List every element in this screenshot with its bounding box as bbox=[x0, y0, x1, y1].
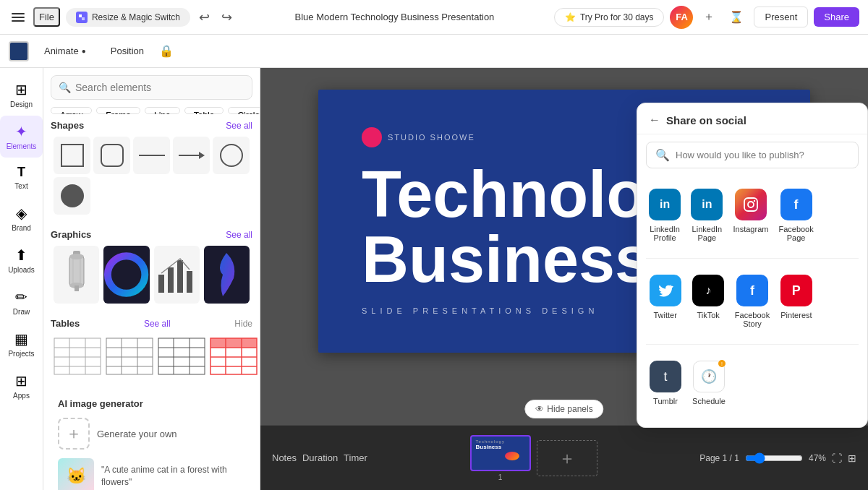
page-label: Page 1 / 1 bbox=[699, 453, 739, 463]
sidebar-item-elements[interactable]: ✦ Elements bbox=[0, 116, 43, 158]
lock-icon[interactable]: 🔒 bbox=[159, 44, 174, 58]
graphics-see-all[interactable]: See all bbox=[226, 230, 252, 240]
svg-rect-12 bbox=[158, 275, 164, 293]
sidebar-item-brand[interactable]: ◈ Brand bbox=[0, 197, 43, 239]
graphic-chart[interactable] bbox=[154, 246, 200, 304]
table-svg-2 bbox=[106, 338, 153, 375]
search-box: 🔍 bbox=[51, 75, 252, 100]
grid-view-button[interactable]: ⊞ bbox=[848, 452, 856, 464]
shape-circle[interactable] bbox=[213, 137, 250, 174]
svg-point-11 bbox=[108, 256, 145, 293]
projects-icon: ▦ bbox=[14, 330, 28, 348]
shapes-section: Shapes See all bbox=[43, 114, 260, 223]
graphic-lantern[interactable] bbox=[54, 246, 99, 304]
social-divider-1 bbox=[646, 258, 859, 259]
ai-plus-icon: ＋ bbox=[58, 418, 90, 450]
sidebar: ⊞ Design ✦ Elements T Text ◈ Brand ⬆ Upl… bbox=[0, 68, 43, 490]
notes-button[interactable]: Notes bbox=[272, 452, 297, 463]
uploads-icon: ⬆ bbox=[15, 246, 27, 264]
linkedin-profile-icon: in bbox=[649, 189, 681, 220]
tables-see-all[interactable]: See all bbox=[144, 319, 171, 329]
search-input[interactable] bbox=[75, 82, 244, 93]
svg-rect-22 bbox=[106, 338, 153, 374]
ai-generate-label: Generate your own bbox=[97, 429, 177, 439]
shape-arrow[interactable] bbox=[173, 137, 210, 174]
sidebar-item-draw[interactable]: ✏ Draw bbox=[0, 281, 43, 323]
tumblr-label: Tumblr bbox=[653, 397, 678, 405]
hide-panels-button[interactable]: 👁 Hide panels bbox=[524, 400, 603, 418]
activity-button[interactable]: ⌛ bbox=[725, 7, 748, 27]
sidebar-item-apps[interactable]: ⊞ Apps bbox=[0, 365, 43, 407]
social-tumblr[interactable]: t Tumblr bbox=[646, 353, 685, 413]
menu-icon[interactable] bbox=[9, 10, 27, 25]
zoom-controls: Page 1 / 1 47% ⛶ ⊞ bbox=[699, 452, 856, 464]
quick-categories: Arrow Frame Line Table Circle bbox=[43, 107, 260, 114]
sidebar-item-text[interactable]: T Text bbox=[0, 158, 43, 197]
twitter-icon bbox=[650, 275, 681, 306]
share-button[interactable]: Share bbox=[814, 7, 859, 27]
subtitle-text: SLIDE PRESENTATIONS DESIGN bbox=[362, 306, 598, 315]
topbar-right: ⭐ Try Pro for 30 days FA ＋ ⌛ Present Sha… bbox=[554, 6, 859, 29]
svg-rect-5 bbox=[69, 257, 84, 285]
sidebar-item-projects[interactable]: ▦ Projects bbox=[0, 323, 43, 365]
cat-arrow[interactable]: Arrow bbox=[51, 107, 92, 114]
back-arrow-icon[interactable]: ← bbox=[649, 113, 660, 126]
try-pro-button[interactable]: ⭐ Try Pro for 30 days bbox=[554, 8, 665, 27]
sidebar-item-uploads[interactable]: ⬆ Uploads bbox=[0, 239, 43, 281]
redo-button[interactable]: ↪ bbox=[218, 7, 235, 28]
ai-generate-button[interactable]: ＋ Generate your own bbox=[51, 413, 252, 454]
search-icon: 🔍 bbox=[59, 82, 71, 93]
social-linkedin-page[interactable]: in LinkedIn Page bbox=[688, 181, 726, 249]
cat-line[interactable]: Line bbox=[145, 107, 180, 114]
table-svg-3 bbox=[158, 338, 205, 375]
avatar[interactable]: FA bbox=[670, 6, 693, 29]
table-item-2[interactable] bbox=[106, 335, 153, 378]
cat-table[interactable]: Table bbox=[184, 107, 224, 114]
share-search-input[interactable] bbox=[676, 150, 849, 160]
graphic-purple-ring[interactable] bbox=[103, 246, 149, 304]
resize-magic-button[interactable]: Resize & Magic Switch bbox=[66, 8, 190, 27]
cat-circle[interactable]: Circle bbox=[228, 107, 260, 114]
studio-logo: STUDIO SHOOWE bbox=[362, 127, 475, 147]
text-icon: T bbox=[17, 165, 25, 180]
shape-circle-filled[interactable] bbox=[54, 177, 90, 215]
slide-thumb-1[interactable]: Technology Business bbox=[470, 435, 531, 471]
cat-frame[interactable]: Frame bbox=[96, 107, 140, 114]
social-schedule[interactable]: 🕐 ! Schedule bbox=[689, 353, 728, 413]
table-item-1[interactable] bbox=[54, 335, 101, 378]
shape-square[interactable] bbox=[54, 137, 90, 174]
social-tiktok[interactable]: ♪ TikTok bbox=[689, 267, 727, 335]
social-instagram[interactable]: Instagram bbox=[731, 181, 772, 249]
table-item-4[interactable] bbox=[210, 335, 258, 378]
position-button[interactable]: Position bbox=[101, 41, 153, 61]
logo-circle bbox=[362, 127, 382, 147]
undo-button[interactable]: ↩ bbox=[196, 7, 213, 28]
table-item-3[interactable] bbox=[158, 335, 205, 378]
color-swatch[interactable] bbox=[9, 41, 29, 61]
animate-button[interactable]: Animate ● bbox=[35, 41, 95, 61]
sidebar-item-design[interactable]: ⊞ Design bbox=[0, 74, 43, 116]
add-slide-button[interactable]: ＋ bbox=[537, 440, 597, 476]
hide-tables[interactable]: Hide bbox=[234, 319, 252, 329]
social-facebook-page[interactable]: f Facebook Page bbox=[775, 181, 816, 249]
present-button[interactable]: Present bbox=[754, 7, 808, 27]
shape-line[interactable] bbox=[133, 137, 170, 174]
file-button[interactable]: File bbox=[33, 7, 60, 27]
shapes-see-all[interactable]: See all bbox=[226, 121, 252, 131]
tables-section: Tables See all Hide bbox=[43, 312, 260, 387]
social-pinterest[interactable]: P Pinterest bbox=[777, 267, 815, 335]
social-facebook-story[interactable]: f Facebook Story bbox=[732, 267, 773, 335]
zoom-slider[interactable] bbox=[745, 452, 803, 464]
share-dropdown: ← Share on social 🔍 in LinkedIn Profile … bbox=[637, 103, 868, 428]
timer-button[interactable]: Timer bbox=[344, 452, 367, 463]
graphic-feather[interactable] bbox=[204, 246, 250, 304]
business-text: Business bbox=[362, 227, 651, 292]
add-collaborator-button[interactable]: ＋ bbox=[699, 7, 719, 27]
duration-button[interactable]: Duration bbox=[302, 452, 338, 463]
social-linkedin-profile[interactable]: in LinkedIn Profile bbox=[646, 181, 684, 249]
fullscreen-button[interactable]: ⛶ bbox=[832, 452, 842, 464]
shape-rounded-square[interactable] bbox=[93, 137, 130, 174]
social-twitter[interactable]: Twitter bbox=[646, 267, 684, 335]
ai-example-1[interactable]: 🐱 "A cute anime cat in a forest with flo… bbox=[51, 454, 252, 490]
document-title: Blue Modern Technology Business Presenta… bbox=[241, 12, 548, 22]
